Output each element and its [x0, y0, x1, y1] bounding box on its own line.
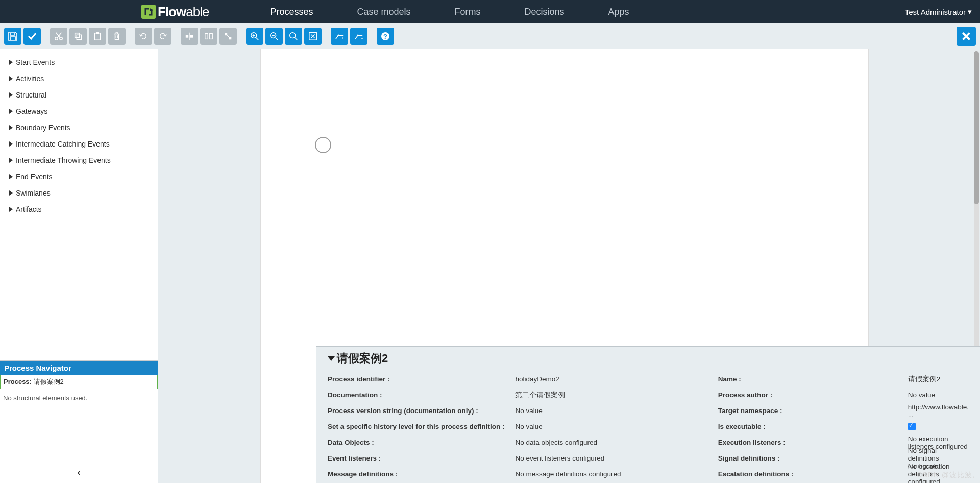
palette-activities[interactable]: Activities — [0, 70, 158, 87]
zoom-actual-icon — [289, 32, 298, 41]
shape-palette: Start Events Activities Structural Gatew… — [0, 49, 158, 360]
zoom-in-icon — [250, 32, 259, 41]
bendpoint-remove-icon: − — [354, 32, 363, 41]
palette-start-events[interactable]: Start Events — [0, 54, 158, 70]
prop-value-target-namespace[interactable]: http://www.flowable. ... — [908, 403, 969, 419]
palette-intermediate-catching[interactable]: Intermediate Catching Events — [0, 136, 158, 152]
copy-button[interactable] — [69, 28, 87, 45]
prop-label-event-listeners: Event listeners : — [328, 450, 506, 466]
svg-rect-13 — [229, 37, 232, 39]
editor-toolbar: + − ? — [0, 23, 980, 49]
navigator-process-row[interactable]: Process: 请假案例2 — [0, 375, 158, 389]
svg-rect-8 — [190, 35, 193, 37]
canvas-area: 请假案例2 Process identifier : Documentation… — [158, 49, 980, 483]
is-executable-checkbox[interactable] — [908, 423, 916, 430]
same-size-button[interactable] — [200, 28, 217, 45]
copy-icon — [74, 32, 83, 41]
validate-button[interactable] — [23, 28, 41, 45]
top-navbar: Flowable Processes Case models Forms Dec… — [0, 0, 980, 23]
properties-title[interactable]: 请假案例2 — [328, 351, 969, 366]
svg-line-23 — [295, 37, 298, 40]
start-event-shape[interactable] — [315, 137, 331, 153]
palette-swimlanes[interactable]: Swimlanes — [0, 185, 158, 201]
palette-artifacts[interactable]: Artifacts — [0, 201, 158, 218]
palette-intermediate-throwing[interactable]: Intermediate Throwing Events — [0, 152, 158, 168]
svg-rect-3 — [75, 33, 80, 37]
prop-value-history-level[interactable]: No value — [515, 419, 708, 434]
prop-label-escalation-definitions: Escalation definitions : — [718, 466, 899, 482]
chevron-down-icon: ▾ — [968, 7, 972, 16]
prop-label-signal-definitions: Signal definitions : — [718, 450, 899, 466]
align-h-icon — [224, 32, 233, 41]
zoom-fit-icon — [308, 32, 317, 41]
save-icon — [8, 31, 18, 41]
prop-label-execution-listeners: Execution listeners : — [718, 434, 899, 450]
help-button[interactable]: ? — [377, 28, 394, 45]
prop-value-data-objects[interactable]: No data objects configured — [515, 434, 708, 450]
redo-button[interactable] — [135, 28, 152, 45]
align-horizontal-button[interactable] — [219, 28, 237, 45]
svg-rect-5 — [95, 33, 101, 40]
trash-icon — [112, 32, 121, 41]
prop-value-process-identifier[interactable]: holidayDemo2 — [515, 371, 708, 387]
nav-item-forms[interactable]: Forms — [454, 7, 480, 17]
properties-title-text: 请假案例2 — [337, 351, 388, 366]
cut-icon — [54, 32, 63, 41]
svg-line-16 — [256, 37, 259, 40]
palette-structural[interactable]: Structural — [0, 87, 158, 103]
prop-label-version-string: Process version string (documentation on… — [328, 403, 506, 419]
nav-item-apps[interactable]: Apps — [608, 7, 629, 17]
paste-button[interactable] — [89, 28, 106, 45]
bendpoint-remove-button[interactable]: − — [350, 28, 368, 45]
zoom-actual-button[interactable] — [285, 28, 302, 45]
nav-item-case-models[interactable]: Case models — [357, 7, 410, 17]
palette-gateways[interactable]: Gateways — [0, 103, 158, 119]
user-menu[interactable]: Test Administrator ▾ — [905, 7, 972, 16]
scrollbar-thumb[interactable] — [974, 51, 979, 204]
align-vertical-button[interactable] — [181, 28, 198, 45]
navigator-empty-text: No structural elements used. — [0, 389, 158, 462]
navigator-collapse-button[interactable]: ‹ — [0, 462, 158, 483]
delete-button[interactable] — [108, 28, 126, 45]
help-icon: ? — [380, 31, 390, 41]
prop-label-name: Name : — [718, 371, 899, 387]
prop-label-documentation: Documentation : — [328, 387, 506, 403]
zoom-out-button[interactable] — [265, 28, 283, 45]
workspace: Start Events Activities Structural Gatew… — [0, 49, 980, 483]
undo-button[interactable] — [154, 28, 172, 45]
properties-panel: 请假案例2 Process identifier : Documentation… — [316, 346, 980, 483]
svg-point-22 — [290, 32, 296, 38]
prop-value-is-executable[interactable] — [908, 419, 969, 434]
prop-value-message-definitions[interactable]: No message definitions configured — [515, 466, 708, 482]
prop-value-process-author[interactable]: No value — [908, 387, 969, 403]
svg-text:−: − — [361, 36, 363, 41]
same-size-icon — [204, 32, 213, 41]
navbar-menu: Processes Case models Forms Decisions Ap… — [270, 7, 629, 17]
check-icon — [27, 31, 37, 41]
close-editor-button[interactable] — [957, 27, 976, 46]
redo-icon — [139, 32, 148, 41]
palette-boundary-events[interactable]: Boundary Events — [0, 119, 158, 136]
prop-value-name[interactable]: 请假案例2 — [908, 371, 969, 387]
paste-icon — [93, 32, 102, 41]
zoom-in-button[interactable] — [246, 28, 263, 45]
prop-label-history-level: Set a specific history level for this pr… — [328, 419, 506, 434]
nav-item-decisions[interactable]: Decisions — [524, 7, 564, 17]
zoom-fit-button[interactable] — [304, 28, 322, 45]
process-navigator: Process Navigator Process: 请假案例2 No stru… — [0, 360, 158, 483]
save-button[interactable] — [4, 28, 21, 45]
svg-rect-4 — [77, 35, 81, 39]
prop-value-documentation[interactable]: 第二个请假案例 — [515, 387, 708, 403]
nav-item-processes[interactable]: Processes — [270, 7, 313, 17]
navigator-title: Process Navigator — [0, 361, 158, 375]
cut-button[interactable] — [50, 28, 67, 45]
prop-value-event-listeners[interactable]: No event listeners configured — [515, 450, 708, 466]
svg-point-27 — [357, 34, 359, 36]
prop-value-escalation-definitions[interactable]: No escalation definitions configured — [908, 466, 969, 482]
svg-text:+: + — [341, 36, 344, 41]
prop-value-version-string[interactable]: No value — [515, 403, 708, 419]
bendpoint-add-button[interactable]: + — [331, 28, 348, 45]
navigator-process-name: 请假案例2 — [34, 378, 64, 385]
align-v-icon — [185, 32, 194, 41]
palette-end-events[interactable]: End Events — [0, 168, 158, 185]
